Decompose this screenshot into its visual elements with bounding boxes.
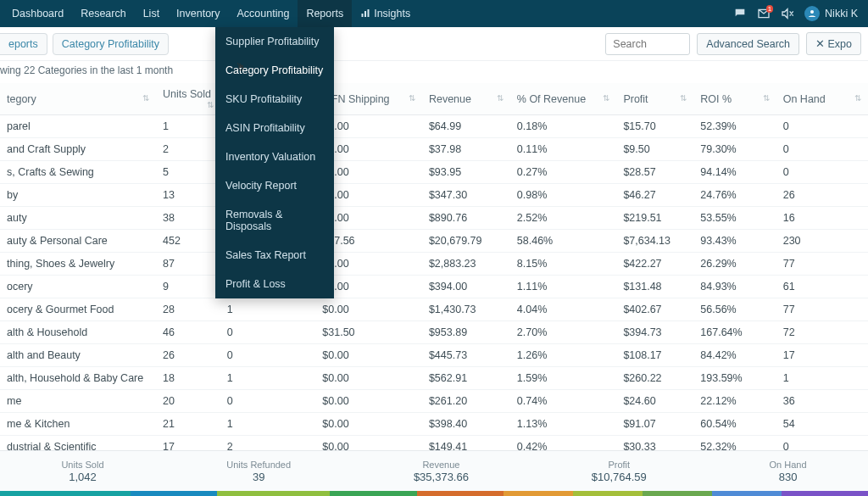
nav-reports[interactable]: Reports	[298, 0, 352, 27]
cell: auty	[0, 207, 156, 230]
cell: $7,634.13	[616, 230, 693, 253]
advanced-search-button[interactable]: Advanced Search	[697, 33, 799, 55]
cell: 452	[156, 230, 220, 253]
mute-icon[interactable]	[781, 7, 794, 20]
col-header[interactable]: On Hand⇅	[776, 83, 868, 115]
dropdown-item[interactable]: SKU Profitability	[215, 85, 334, 114]
table-row[interactable]: by13$0.00$347.300.98%$46.2724.76%26	[0, 184, 868, 207]
cell: $422.27	[616, 253, 693, 276]
cell: 1	[220, 413, 316, 436]
table-row[interactable]: ocery90$0.00$394.001.11%$131.4884.93%61	[0, 276, 868, 298]
chat-icon[interactable]	[733, 7, 747, 20]
breadcrumb-item[interactable]: Category Profitability	[53, 33, 169, 55]
cell: 0.11%	[510, 138, 617, 161]
avatar	[804, 6, 820, 21]
dropdown-item[interactable]: Sales Tax Report	[215, 241, 334, 270]
dropdown-item[interactable]: Removals & Disposals	[215, 200, 334, 241]
cell: 18	[156, 367, 220, 390]
cell: 20	[156, 390, 220, 413]
cell: 0	[776, 161, 868, 184]
table-row[interactable]: thing, Shoes & Jewelry87$0.00$2,883.238.…	[0, 253, 868, 276]
table-row[interactable]: auty & Personal Care452$47.56$20,679.795…	[0, 230, 868, 253]
table-row[interactable]: parel1$0.00$64.990.18%$15.7052.39%0	[0, 115, 868, 138]
cell: 22.12%	[693, 390, 776, 413]
dropdown-item[interactable]: Inventory Valuation	[215, 142, 334, 171]
breadcrumb: eports Category Profitability	[0, 33, 174, 55]
dropdown-item[interactable]: ASIN Profitability	[215, 114, 334, 142]
cell: $131.48	[616, 276, 693, 298]
cell: 2	[156, 138, 220, 161]
nav-inventory[interactable]: Inventory	[168, 0, 228, 27]
summary-footer: Units Sold1,042Units Refunded39Revenue$3…	[0, 450, 868, 491]
nav-right: 1 Nikki K	[733, 6, 858, 21]
cell: 1	[220, 298, 316, 321]
col-header[interactable]: Units Sold⇅	[156, 83, 220, 115]
cell: $398.40	[422, 413, 510, 436]
cell: $31.50	[315, 321, 422, 344]
cell: $37.98	[422, 138, 510, 161]
col-header[interactable]: % Of Revenue⇅	[510, 83, 617, 115]
cell: ocery & Gourmet Food	[0, 298, 156, 321]
cell: alth & Household	[0, 321, 156, 344]
dropdown-item[interactable]: Supplier Profitability	[215, 27, 334, 56]
table-row[interactable]: me200$0.00$261.200.74%$24.6022.12%36	[0, 390, 868, 413]
col-header[interactable]: Profit⇅	[616, 83, 693, 115]
cell: 84.93%	[693, 276, 776, 298]
cell: $2,883.23	[422, 253, 510, 276]
rainbow-bar	[0, 491, 868, 496]
cell: $28.57	[616, 161, 693, 184]
cell: $24.60	[616, 390, 693, 413]
nav-insights[interactable]: Insights	[352, 0, 419, 27]
cell: 0	[220, 321, 316, 344]
table-row[interactable]: auty38$0.00$890.762.52%$219.5153.55%16	[0, 207, 868, 230]
export-button[interactable]: ✕ Expo	[806, 32, 861, 55]
cell: 21	[156, 413, 220, 436]
summary-cell: Units Refunded39	[226, 460, 291, 483]
search-input[interactable]	[605, 33, 690, 55]
cell: 54	[776, 413, 868, 436]
cell: me & Kitchen	[0, 413, 156, 436]
cell: ocery	[0, 276, 156, 298]
table-row[interactable]: and Craft Supply2$0.00$37.980.11%$9.5079…	[0, 138, 868, 161]
col-header[interactable]: ROI %⇅	[693, 83, 776, 115]
cell: 1.26%	[510, 344, 617, 367]
table-row[interactable]: alth & Household460$31.50$953.892.70%$39…	[0, 321, 868, 344]
table-row[interactable]: s, Crafts & Sewing5$0.00$93.950.27%$28.5…	[0, 161, 868, 184]
notification-badge: 1	[766, 5, 773, 13]
table-row[interactable]: alth, Household & Baby Care181$0.00$562.…	[0, 367, 868, 390]
cell: 1	[156, 115, 220, 138]
dropdown-item[interactable]: Velocity Report	[215, 171, 334, 200]
cell: 60.54%	[693, 413, 776, 436]
dropdown-item[interactable]: Category Profitability	[215, 56, 334, 85]
cell: 1	[220, 367, 316, 390]
top-nav: DashboardResearchListInventoryAccounting…	[0, 0, 868, 27]
cell: 26	[156, 344, 220, 367]
breadcrumb-item[interactable]: eports	[0, 33, 47, 55]
cell: $15.70	[616, 115, 693, 138]
nav-accounting[interactable]: Accounting	[229, 0, 298, 27]
cell: $261.20	[422, 390, 510, 413]
col-header[interactable]: Revenue⇅	[422, 83, 510, 115]
cell: 8.15%	[510, 253, 617, 276]
nav-dashboard[interactable]: Dashboard	[3, 0, 72, 27]
cell: 94.14%	[693, 161, 776, 184]
user-name: Nikki K	[825, 8, 858, 20]
table-row[interactable]: alth and Beauty260$0.00$445.731.26%$108.…	[0, 344, 868, 367]
cell: $394.73	[616, 321, 693, 344]
summary-cell: Units Sold1,042	[61, 460, 103, 483]
cell: 56.56%	[693, 298, 776, 321]
nav-research[interactable]: Research	[72, 0, 135, 27]
summary-cell: Revenue$35,373.66	[414, 460, 469, 483]
dropdown-item[interactable]: Profit & Loss	[215, 270, 334, 298]
nav-list[interactable]: List	[135, 0, 168, 27]
cell: $402.67	[616, 298, 693, 321]
cell: alth and Beauty	[0, 344, 156, 367]
user-menu[interactable]: Nikki K	[804, 6, 858, 21]
table-row[interactable]: me & Kitchen211$0.00$398.401.13%$91.0760…	[0, 413, 868, 436]
cell: $219.51	[616, 207, 693, 230]
mail-icon[interactable]: 1	[757, 7, 771, 20]
cell: 2.70%	[510, 321, 617, 344]
data-table: tegory⇅Units Sold⇅MFN Shipping⇅Revenue⇅%…	[0, 83, 868, 496]
col-header[interactable]: tegory⇅	[0, 83, 156, 115]
table-row[interactable]: ocery & Gourmet Food281$0.00$1,430.734.0…	[0, 298, 868, 321]
